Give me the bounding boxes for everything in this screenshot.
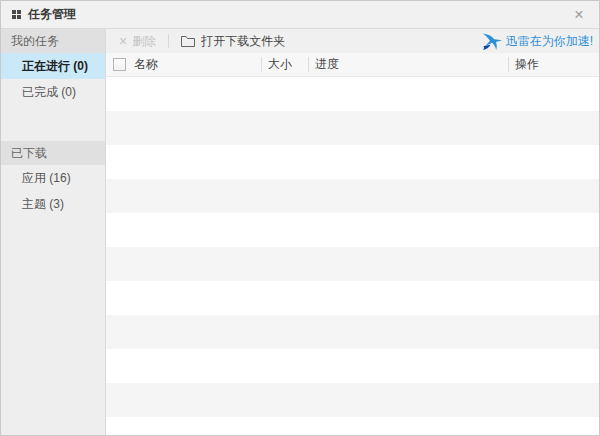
main-panel: × 删除 打开下载文件夹 (106, 29, 599, 435)
window-body: 我的任务 正在进行 (0) 已完成 (0) 已下载 应用 (16) 主题 (3)… (1, 29, 599, 435)
column-header-name: 名称 (134, 56, 158, 73)
close-icon[interactable]: × (569, 7, 589, 23)
sidebar-spacer (1, 105, 105, 141)
column-header-size: 大小 (261, 57, 308, 72)
toolbar: × 删除 打开下载文件夹 (106, 29, 599, 53)
column-name: 名称 (106, 56, 261, 73)
sidebar-section-downloaded: 已下载 (1, 141, 105, 165)
task-list-empty (106, 77, 599, 435)
task-manager-window: 任务管理 × 我的任务 正在进行 (0) 已完成 (0) 已下载 应用 (16)… (0, 0, 600, 436)
toolbar-divider (168, 34, 169, 48)
accelerate-label: 迅雷在为你加速! (506, 33, 593, 50)
column-header-operation: 操作 (508, 57, 599, 72)
sidebar: 我的任务 正在进行 (0) 已完成 (0) 已下载 应用 (16) 主题 (3) (1, 29, 106, 435)
open-download-folder-label: 打开下载文件夹 (201, 33, 285, 50)
select-all-checkbox[interactable] (113, 58, 126, 71)
sidebar-item-themes[interactable]: 主题 (3) (1, 191, 105, 217)
open-download-folder-button[interactable]: 打开下载文件夹 (181, 33, 285, 50)
xunlei-bird-icon (481, 32, 503, 54)
titlebar: 任务管理 × (1, 1, 599, 29)
sidebar-item-apps[interactable]: 应用 (16) (1, 165, 105, 191)
delete-button[interactable]: × 删除 (119, 33, 156, 50)
accelerate-banner[interactable]: 迅雷在为你加速! (481, 28, 593, 54)
task-table-header: 名称 大小 进度 操作 (106, 53, 599, 77)
sidebar-section-my-tasks: 我的任务 (1, 29, 105, 53)
window-title: 任务管理 (28, 6, 76, 23)
sidebar-item-completed[interactable]: 已完成 (0) (1, 79, 105, 105)
sidebar-item-in-progress[interactable]: 正在进行 (0) (1, 53, 105, 79)
app-grid-icon (12, 10, 21, 19)
column-header-progress: 进度 (308, 57, 508, 72)
folder-icon (181, 35, 195, 47)
delete-x-icon: × (119, 34, 127, 48)
delete-button-label: 删除 (132, 33, 156, 50)
